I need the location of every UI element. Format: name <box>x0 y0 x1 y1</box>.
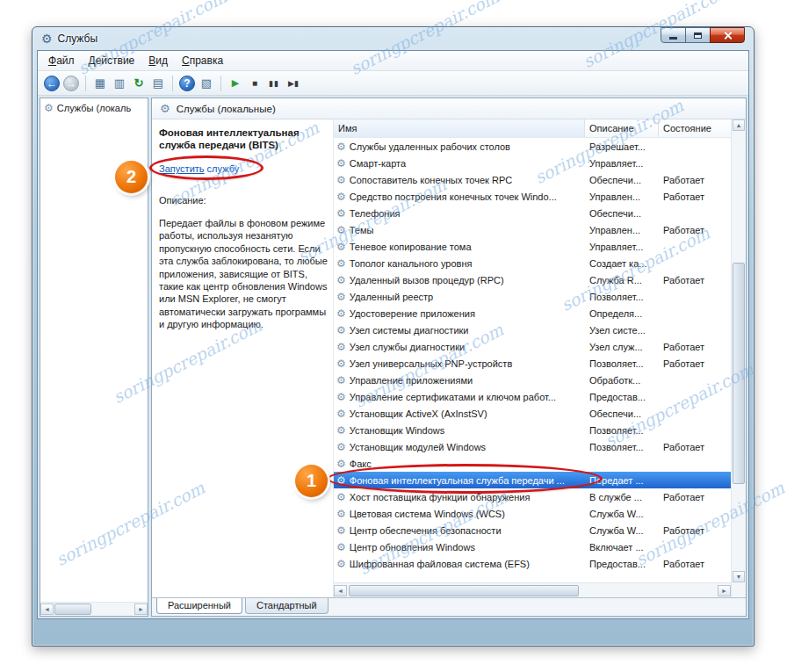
step-badge-2: 2 <box>115 161 148 193</box>
service-gear-icon: ⚙ <box>336 257 346 270</box>
window-title: Службы <box>58 33 97 45</box>
service-status-cell: Работает <box>659 275 731 285</box>
service-name-cell: ⚙Установщик модулей Windows <box>334 441 585 453</box>
service-row[interactable]: ⚙Службы удаленных рабочих столовРазрешае… <box>334 138 731 155</box>
service-row[interactable]: ⚙Установщик WindowsПозволяет... <box>334 422 731 438</box>
console-window-icon[interactable]: ▦ <box>91 75 109 92</box>
service-row[interactable]: ⚙Смарт-картаУправляет... <box>334 155 731 171</box>
service-row[interactable]: ⚙Удаленный вызов процедур (RPC)Служба R.… <box>334 271 731 288</box>
service-row[interactable]: ⚙Центр обеспечения безопасностиСлужба W.… <box>334 522 731 538</box>
service-row[interactable]: ⚙Тополог канального уровняСоздает ка... <box>334 255 731 271</box>
service-name-cell: ⚙Шифрованная файловая система (EFS) <box>334 558 585 570</box>
service-gear-icon: ⚙ <box>336 307 346 320</box>
service-name-text: Центр обеспечения безопасности <box>350 525 502 536</box>
pane-header: ⚙ Службы (локальные) <box>152 98 746 119</box>
service-row[interactable]: ⚙Управление сертификатами и ключом работ… <box>334 388 731 405</box>
service-row[interactable]: ⚙Средство построения конечных точек Wind… <box>334 188 731 205</box>
column-header-description[interactable]: Описание <box>585 119 659 137</box>
scrollbar-thumb[interactable] <box>733 263 745 484</box>
help-icon[interactable]: ? <box>179 76 195 91</box>
minimize-button[interactable] <box>661 27 686 43</box>
service-row[interactable]: ⚙Центр обновления WindowsВключает ... <box>334 538 731 555</box>
column-header-status[interactable]: Состояние <box>659 119 731 137</box>
service-row[interactable]: ⚙Теневое копирование томаУправляет... <box>334 238 731 255</box>
start-service-icon[interactable]: ▶ <box>227 75 244 92</box>
service-row[interactable]: ⚙Удостоверение приложенияОпределя... <box>334 305 731 322</box>
service-row[interactable]: ⚙Шифрованная файловая система (EFS)Предо… <box>334 555 731 572</box>
tree-horizontal-scrollbar[interactable]: ◄ ► <box>40 602 148 616</box>
start-service-link[interactable]: Запустить службу <box>159 163 291 174</box>
service-row[interactable]: ⚙Цветовая система Windows (WCS)Служба W.… <box>334 505 731 522</box>
service-description-cell: Управлен... <box>585 225 659 235</box>
service-row[interactable]: ⚙ТемыУправлен...Работает <box>334 221 731 238</box>
service-name-text: Узел службы диагностики <box>350 342 465 352</box>
pane-header-title: Службы (локальные) <box>177 104 276 114</box>
service-description-cell: Служба W... <box>585 509 659 519</box>
maximize-button[interactable] <box>685 27 711 43</box>
menu-help[interactable]: Справка <box>175 52 230 69</box>
service-row[interactable]: ⚙Хост поставщика функции обнаруженияВ сл… <box>334 488 731 505</box>
service-description-cell: Обеспечи... <box>585 208 659 219</box>
close-button[interactable] <box>710 27 745 43</box>
service-row-selected[interactable]: ⚙Фоновая интеллектуальная служба передач… <box>334 472 731 488</box>
scroll-down-icon[interactable]: ▼ <box>733 571 745 582</box>
service-gear-icon: ⚙ <box>336 458 346 470</box>
menu-file[interactable]: Файл <box>41 52 82 69</box>
title-bar[interactable]: ⚙ Службы <box>32 27 754 50</box>
service-gear-icon: ⚙ <box>336 374 346 387</box>
maximize-icon <box>694 33 702 39</box>
service-row[interactable]: ⚙Узел системы диагностикиУзел систе... <box>334 322 731 338</box>
scroll-right-icon[interactable]: ► <box>718 585 731 596</box>
export-list-icon[interactable]: ▤ <box>149 75 167 92</box>
tree-item-services-local[interactable]: ⚙ Службы (локаль <box>40 98 148 117</box>
scroll-right-icon[interactable]: ► <box>134 603 148 615</box>
service-status-cell: Работает <box>659 225 731 235</box>
scrollbar-thumb[interactable] <box>349 585 579 596</box>
service-name-text: Темы <box>350 225 374 235</box>
forward-icon[interactable]: → <box>63 76 79 91</box>
scroll-up-icon[interactable]: ▲ <box>733 119 745 131</box>
scroll-left-icon[interactable]: ◄ <box>334 585 347 596</box>
service-row[interactable]: ⚙ТелефонияОбеспечи... <box>334 205 731 221</box>
pause-service-icon[interactable]: ▮▮ <box>265 75 283 92</box>
scrollbar-thumb[interactable] <box>54 603 91 615</box>
list-horizontal-scrollbar[interactable]: ◄ ► <box>334 582 731 597</box>
minimize-icon <box>669 37 677 40</box>
service-row[interactable]: ⚙Узел универсальных PNP-устройствПозволя… <box>334 355 731 372</box>
service-row[interactable]: ⚙Узел службы диагностикиУзел служ...Рабо… <box>334 338 731 355</box>
restart-service-icon[interactable]: ▶▮ <box>285 75 302 92</box>
service-name-cell: ⚙Тополог канального уровня <box>334 257 585 270</box>
service-row[interactable]: ⚙Сопоставитель конечных точек RPCОбеспеч… <box>334 171 731 188</box>
service-name-cell: ⚙Управление приложениями <box>334 374 585 387</box>
service-row[interactable]: ⚙Удаленный реестрПозволяет... <box>334 288 731 305</box>
tab-extended[interactable]: Расширенный <box>156 598 242 614</box>
column-header-name[interactable]: Имя <box>334 119 585 137</box>
service-description-cell: Управляет... <box>585 158 659 169</box>
stop-service-icon[interactable]: ■ <box>246 75 264 92</box>
service-description-cell: Узел систе... <box>585 325 659 336</box>
service-name-cell: ⚙Сопоставитель конечных точек RPC <box>334 174 585 186</box>
service-gear-icon: ⚙ <box>336 474 346 487</box>
service-name-text: Установщик модулей Windows <box>350 442 486 452</box>
service-row[interactable]: ⚙Факс <box>334 455 731 472</box>
start-service-link-action[interactable]: Запустить <box>159 163 205 174</box>
scroll-left-icon[interactable]: ◄ <box>40 603 54 615</box>
menu-view[interactable]: Вид <box>141 52 175 69</box>
service-row[interactable]: ⚙Установщик модулей WindowsПозволяет...Р… <box>334 438 731 455</box>
service-name-text: Хост поставщика функции обнаружения <box>350 492 531 502</box>
list-view-icon[interactable]: ▥ <box>111 75 128 92</box>
list-vertical-scrollbar[interactable]: ▲ ▼ <box>731 119 746 597</box>
service-description-cell: Включает ... <box>585 542 659 553</box>
tab-standard[interactable]: Стандартный <box>245 598 329 614</box>
main-pane: ⚙ Службы (локальные) Фоновая интеллектуа… <box>151 98 747 617</box>
back-icon[interactable]: ← <box>44 76 60 91</box>
service-description-cell: В службе ... <box>585 492 659 502</box>
services-table-body: ⚙Службы удаленных рабочих столовРазрешае… <box>334 138 731 582</box>
action-pane-icon[interactable]: ▧ <box>198 75 215 92</box>
service-gear-icon: ⚙ <box>336 341 346 353</box>
service-row[interactable]: ⚙Управление приложениямиОбработк... <box>334 372 731 388</box>
refresh-icon[interactable]: ↻ <box>130 75 148 92</box>
service-row[interactable]: ⚙Установщик ActiveX (AxInstSV)Обеспечи..… <box>334 405 731 422</box>
menu-action[interactable]: Действие <box>82 52 142 69</box>
service-gear-icon: ⚙ <box>336 324 346 336</box>
